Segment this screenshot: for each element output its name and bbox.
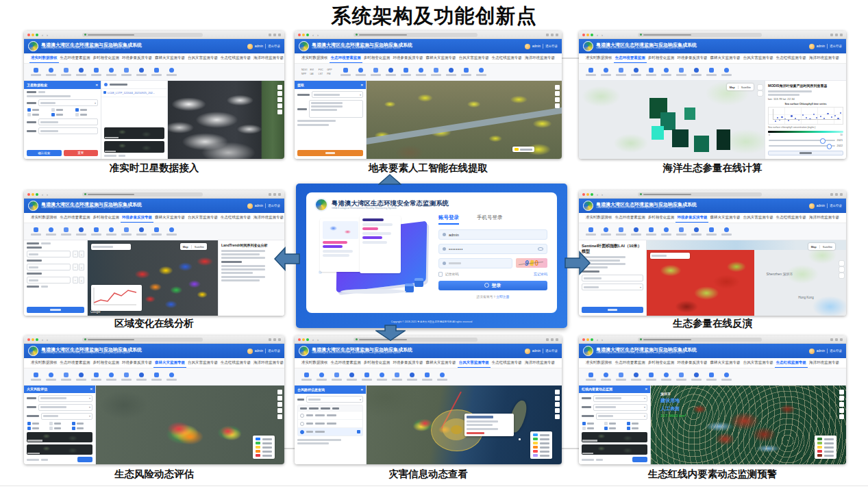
logout-button[interactable]: 退出登录 <box>545 349 558 353</box>
tool-icon[interactable] <box>437 373 447 381</box>
back-icon[interactable]: ‹ <box>42 33 43 37</box>
share-icon[interactable] <box>830 193 833 196</box>
select-input[interactable]: ▾ <box>312 91 363 98</box>
index-token[interactable]: EVI <box>310 68 315 71</box>
url-bar[interactable] <box>82 33 203 37</box>
close-icon[interactable]: × <box>360 83 363 87</box>
nav-tab-5[interactable]: 台风灾害监测专题 <box>458 358 491 368</box>
close-window-button[interactable] <box>582 34 585 36</box>
number-input[interactable] <box>27 277 71 284</box>
forgot-password-link[interactable]: 忘记密码 <box>534 272 547 276</box>
close-icon[interactable]: × <box>90 387 92 391</box>
tool-icon[interactable] <box>601 373 611 381</box>
zoom-window-button[interactable] <box>591 193 593 196</box>
nav-tab-3[interactable]: 环境参量反演专题 <box>121 213 153 223</box>
logout-button[interactable]: 退出登录 <box>545 45 558 48</box>
checkbox[interactable] <box>49 422 53 425</box>
stepper[interactable]: −+ <box>73 277 84 284</box>
nav-tab-6[interactable]: 生态红线监测专题 <box>775 213 808 223</box>
date-input[interactable] <box>38 127 98 134</box>
tool-icon[interactable] <box>317 373 327 381</box>
year-slider[interactable]: 2022 <box>769 144 843 147</box>
tool-icon[interactable] <box>136 227 147 236</box>
forward-icon[interactable]: › <box>47 338 48 342</box>
add-tab-icon[interactable] <box>835 193 838 196</box>
map-search-box[interactable] <box>91 244 131 250</box>
tool-icon[interactable] <box>416 68 426 76</box>
checkbox[interactable] <box>604 427 608 430</box>
back-icon[interactable]: ‹ <box>597 338 598 342</box>
forward-icon[interactable]: › <box>317 33 319 37</box>
reset-button[interactable]: 重置 <box>64 150 99 156</box>
nav-tab-7[interactable]: 海洋环境监测专题 <box>252 53 284 63</box>
date-input[interactable] <box>38 118 98 125</box>
url-bar[interactable] <box>354 33 478 37</box>
register-link[interactable]: 立即注册 <box>496 295 509 299</box>
add-tab-icon[interactable] <box>835 34 838 36</box>
tool-icon[interactable] <box>151 68 162 76</box>
checkbox[interactable] <box>75 108 79 112</box>
tool-icon[interactable] <box>76 373 86 381</box>
tool-icon[interactable] <box>91 227 101 236</box>
nav-tab-2[interactable]: 多时相变化监测 <box>362 53 392 63</box>
tool-icon[interactable] <box>151 227 162 236</box>
tool-icon[interactable] <box>106 68 116 76</box>
map-toggle-map[interactable]: Map <box>808 245 820 249</box>
tool-icon[interactable] <box>616 227 626 236</box>
nav-tab-0[interactable]: 准实时数据接收 <box>584 213 614 223</box>
eye-icon[interactable] <box>538 247 543 251</box>
tabs-icon[interactable] <box>278 193 281 196</box>
share-icon[interactable] <box>546 34 549 36</box>
tabs-icon[interactable] <box>840 34 843 36</box>
nav-tab-7[interactable]: 海洋环境监测专题 <box>252 213 284 223</box>
tool-icon[interactable] <box>721 68 732 76</box>
nav-tab-3[interactable]: 环境参量反演专题 <box>391 358 424 368</box>
tool-icon[interactable] <box>356 68 366 76</box>
avatar[interactable] <box>809 44 815 49</box>
tool-icon[interactable] <box>91 68 101 76</box>
nav-tab-4[interactable]: 森林火灾监测专题 <box>709 213 742 223</box>
minimize-window-button[interactable] <box>32 193 34 196</box>
tool-icon[interactable] <box>616 373 626 381</box>
tool-icon[interactable] <box>461 68 471 76</box>
checkbox[interactable] <box>604 422 608 425</box>
minimize-window-button[interactable] <box>586 193 589 196</box>
nav-tab-1[interactable]: 生态环境要素监测 <box>59 213 92 223</box>
map-lai-raster[interactable]: Map Satellite Shenzhen 深圳市 Hong Kong <box>647 240 846 316</box>
nav-tab-0[interactable]: 准实时数据接收 <box>584 53 614 63</box>
tool-icon[interactable] <box>646 227 656 236</box>
tool-icon[interactable] <box>446 68 456 76</box>
tool-icon[interactable] <box>661 373 671 381</box>
checkbox[interactable] <box>49 427 53 430</box>
close-icon[interactable]: × <box>360 388 363 392</box>
tool-icon[interactable] <box>46 373 56 381</box>
checkbox[interactable] <box>27 422 31 425</box>
checkbox[interactable] <box>103 91 106 94</box>
zoom-window-button[interactable] <box>591 338 593 341</box>
tool-icon[interactable] <box>616 68 626 76</box>
tool-icon[interactable] <box>392 373 402 381</box>
avatar[interactable] <box>247 203 253 209</box>
tool-icon[interactable] <box>121 373 132 381</box>
search-button[interactable]: 确认检索 <box>27 150 62 156</box>
forward-icon[interactable]: › <box>47 192 48 197</box>
forward-icon[interactable]: › <box>317 338 319 342</box>
url-bar[interactable] <box>82 338 203 342</box>
nav-tab-1[interactable]: 生态环境要素监测 <box>614 213 647 223</box>
map-fire-risk[interactable] <box>96 386 284 464</box>
forward-icon[interactable]: › <box>47 33 48 37</box>
back-icon[interactable]: ‹ <box>42 192 43 197</box>
share-icon[interactable] <box>269 34 271 36</box>
map-toggle-map[interactable]: Map <box>727 86 739 89</box>
nav-tab-3[interactable]: 环境参量反演专题 <box>675 213 708 223</box>
nav-tab-5[interactable]: 台风灾害监测专题 <box>458 53 491 63</box>
nav-tab-3[interactable]: 环境参量反演专题 <box>121 53 153 63</box>
tool-icon[interactable] <box>91 373 101 381</box>
tool-icon[interactable] <box>691 373 702 381</box>
map-toolbar[interactable] <box>650 253 690 259</box>
index-token[interactable]: LST <box>319 73 324 75</box>
share-icon[interactable] <box>830 34 833 36</box>
close-icon[interactable]: × <box>95 83 98 87</box>
logout-button[interactable]: 退出登录 <box>830 45 842 48</box>
result-thumbnail[interactable] <box>582 432 647 442</box>
